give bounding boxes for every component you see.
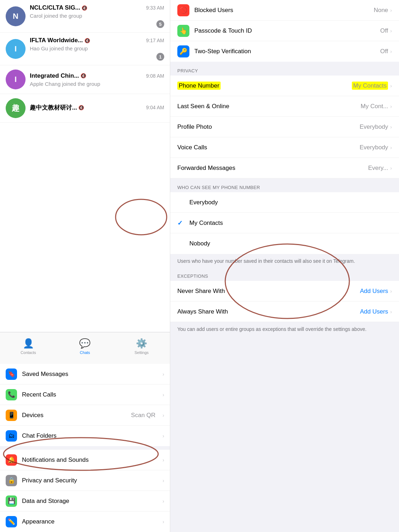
right-value-two-step: Off (380, 48, 388, 55)
settings-icon-recent-calls: 📞 (6, 389, 17, 400)
muted-icon-iflta: 🔇 (84, 38, 90, 43)
settings-item-data-storage[interactable]: 💾Data and Storage› (0, 491, 170, 511)
privacy-item-phone-number[interactable]: Phone NumberMy Contacts› (170, 76, 399, 96)
privacy-value-forwarded-messages: Every... (368, 165, 388, 172)
right-value-blocked-users: None (374, 7, 388, 14)
settings-label-data-storage: Data and Storage (22, 498, 155, 505)
settings-item-saved-messages[interactable]: 🔖Saved Messages› (0, 364, 170, 384)
settings-icon-devices: 📱 (6, 410, 17, 421)
section-gap-1 (0, 446, 170, 450)
settings-item-appearance[interactable]: ✏️Appearance› (0, 511, 170, 532)
avatar-nclc: N (6, 6, 26, 26)
who-can-item-nobody[interactable]: Nobody (170, 233, 399, 254)
settings-icon: ⚙️ (136, 338, 147, 349)
settings-item-chat-folders[interactable]: 🗂Chat Folders› (0, 426, 170, 446)
security-section: 🚫Blocked UsersNone›👆Passcode & Touch IDO… (170, 0, 399, 62)
privacy-section: Phone NumberMy Contacts›Last Seen & Onli… (170, 76, 399, 178)
privacy-item-forwarded-messages[interactable]: Forwarded MessagesEvery...› (170, 158, 399, 178)
chat-item-zhongwen[interactable]: 趣趣中文教材研讨...🔇9:04 AM (0, 94, 170, 123)
chat-item-nclc[interactable]: NNCLC/CLTA SIG...🔇9:33 AMCarol joined th… (0, 0, 170, 33)
chat-time-iflta: 9:17 AM (146, 38, 164, 43)
chevron-notifications: › (162, 457, 164, 463)
security-item-blocked-users[interactable]: 🚫Blocked UsersNone› (170, 0, 399, 21)
exception-chevron-never-share: › (390, 288, 392, 294)
settings-icon-privacy: 🔒 (6, 475, 17, 486)
who-label-my-contacts: My Contacts (189, 220, 392, 227)
privacy-chevron-profile-photo: › (390, 124, 392, 130)
settings-item-notifications[interactable]: 🔔Notifications and Sounds› (0, 450, 170, 470)
chat-item-iflta[interactable]: IIFLTA Worldwide...🔇9:17 AMHao Gu joined… (0, 33, 170, 65)
chat-preview-iflta: Hao Gu joined the group (30, 45, 164, 51)
exception-item-never-share[interactable]: Never Share WithAdd Users› (170, 281, 399, 301)
privacy-item-last-seen[interactable]: Last Seen & OnlineMy Cont...› (170, 96, 399, 117)
chat-preview-nclc: Carol joined the group (30, 13, 164, 19)
right-icon-passcode: 👆 (177, 25, 189, 37)
exception-value-never-share: Add Users (360, 288, 388, 295)
chevron-devices: › (162, 412, 164, 418)
settings-item-privacy[interactable]: 🔒Privacy and Security› (0, 470, 170, 491)
avatar-integrated: I (6, 70, 26, 89)
section-divider-1 (170, 62, 399, 65)
chat-name-iflta: IFLTA Worldwide...🔇 (30, 37, 90, 44)
chevron-privacy: › (162, 478, 164, 483)
tab-settings[interactable]: ⚙️ Settings (127, 338, 156, 355)
settings-icon-data-storage: 💾 (6, 495, 17, 507)
avatar-iflta: I (6, 39, 26, 59)
security-item-two-step[interactable]: 🔑Two-Step VerificationOff› (170, 41, 399, 62)
tab-chats[interactable]: 💬 Chats (71, 338, 99, 355)
chats-icon: 💬 (79, 338, 90, 349)
settings-item-recent-calls[interactable]: 📞Recent Calls› (0, 384, 170, 405)
exceptions-section: Never Share WithAdd Users›Always Share W… (170, 281, 399, 322)
badge-iflta: 1 (156, 53, 164, 61)
privacy-label-voice-calls: Voice Calls (177, 144, 360, 151)
settings-section-1: 🔖Saved Messages›📞Recent Calls›📱DevicesSc… (0, 364, 170, 446)
privacy-chevron-forwarded-messages: › (390, 165, 392, 171)
chat-preview-integrated: Apple Chang joined the group (30, 81, 164, 87)
settings-label-chat-folders: Chat Folders (22, 432, 155, 439)
privacy-value-voice-calls: Everybody (360, 144, 388, 151)
settings-label-recent-calls: Recent Calls (22, 391, 155, 398)
chat-time-zhongwen: 9:04 AM (146, 105, 164, 110)
exception-label-always-share: Always Share With (177, 308, 360, 315)
who-label-everybody: Everybody (189, 199, 392, 206)
settings-item-devices[interactable]: 📱DevicesScan QR› (0, 405, 170, 426)
avatar-zhongwen: 趣 (6, 98, 26, 118)
who-label-nobody: Nobody (189, 240, 392, 247)
tab-bar: 👤 Contacts 💬 Chats ⚙️ Settings (0, 332, 170, 364)
chevron-appearance: › (162, 519, 164, 525)
chat-info-zhongwen: 趣中文教材研讨...🔇9:04 AM (30, 104, 164, 113)
right-value-passcode: Off (380, 27, 388, 34)
privacy-item-voice-calls[interactable]: Voice CallsEverybody› (170, 137, 399, 158)
chat-item-integrated[interactable]: IIntegrated Chin...🔇9:08 AMApple Chang j… (0, 65, 170, 94)
right-chevron-two-step: › (390, 49, 392, 54)
left-panel: NNCLC/CLTA SIG...🔇9:33 AMCarol joined th… (0, 0, 170, 532)
settings-value-devices: Scan QR (131, 412, 155, 419)
chat-info-nclc: NCLC/CLTA SIG...🔇9:33 AMCarol joined the… (30, 4, 164, 28)
exceptions-header: EXCEPTIONS (170, 268, 399, 281)
security-item-passcode[interactable]: 👆Passcode & Touch IDOff› (170, 21, 399, 41)
exception-value-always-share: Add Users (360, 308, 388, 315)
right-icon-two-step: 🔑 (177, 45, 189, 57)
settings-label-notifications: Notifications and Sounds (22, 456, 155, 464)
who-can-item-my-contacts[interactable]: ✓My Contacts (170, 213, 399, 233)
privacy-chevron-last-seen: › (390, 104, 392, 109)
exception-item-always-share[interactable]: Always Share WithAdd Users› (170, 301, 399, 322)
badge-nclc: 5 (156, 20, 164, 28)
who-can-item-everybody[interactable]: Everybody (170, 192, 399, 213)
muted-icon-zhongwen: 🔇 (78, 105, 84, 110)
tab-contacts[interactable]: 👤 Contacts (14, 338, 43, 355)
chevron-saved-messages: › (162, 371, 164, 377)
privacy-chevron-voice-calls: › (390, 145, 392, 150)
privacy-item-profile-photo[interactable]: Profile PhotoEverybody› (170, 117, 399, 137)
muted-icon-nclc: 🔇 (82, 5, 87, 11)
muted-icon-integrated: 🔇 (81, 73, 86, 78)
settings-section-2: 🔔Notifications and Sounds›🔒Privacy and S… (0, 450, 170, 532)
tab-settings-label: Settings (134, 350, 149, 355)
right-icon-blocked-users: 🚫 (177, 4, 189, 16)
right-label-passcode: Passcode & Touch ID (194, 27, 380, 34)
who-can-section: Everybody✓My ContactsNobody (170, 192, 399, 254)
right-chevron-passcode: › (390, 28, 392, 34)
privacy-chevron-phone-number: › (390, 83, 392, 89)
settings-label-devices: Devices (22, 412, 126, 419)
chat-time-nclc: 9:33 AM (146, 5, 164, 11)
